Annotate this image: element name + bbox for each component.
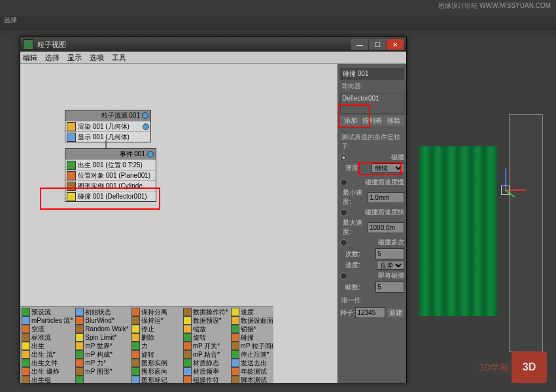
seed-input[interactable] (355, 307, 385, 318)
depot-item[interactable]: mP 图形* (75, 367, 128, 376)
display-op[interactable]: 显示 001 (几何体) (65, 131, 150, 142)
radio-fast[interactable] (340, 209, 347, 216)
radio-soon[interactable] (340, 272, 347, 280)
depot-item[interactable]: 空流 (22, 325, 73, 333)
source-node[interactable]: 粒子流源 001 渲染 001 (几何体) 显示 001 (几何体) (65, 110, 151, 142)
depot-item[interactable]: 锁接* (231, 325, 273, 333)
depot-item[interactable]: 组操作符 (183, 376, 228, 383)
depot-item[interactable]: 图形标记 (131, 376, 181, 383)
radio-collide[interactable] (340, 154, 347, 161)
render-icon (67, 122, 76, 131)
depot-item[interactable]: 图形实例 (131, 359, 181, 367)
depot-item[interactable]: mP 世界* (75, 342, 128, 350)
depot-item[interactable]: mP 粘合* (183, 350, 228, 359)
depot-item[interactable]: 速度 (231, 308, 273, 316)
speed2-select[interactable]: 反弹 (377, 261, 404, 270)
menu-tools[interactable]: 工具 (112, 53, 126, 63)
depot-item[interactable]: 出生 (22, 342, 73, 350)
depot-item[interactable]: Random Walk* (75, 325, 128, 333)
depot-item[interactable]: 标准流 (22, 333, 73, 342)
depot-item[interactable]: 数据设曲面 (231, 316, 273, 325)
depot-item[interactable]: 围形面向 (131, 367, 181, 376)
remove-button[interactable]: 移除 (383, 116, 404, 126)
operator-depot[interactable]: 预设流mParticles 流*空流标准流出生出生 流*出生文件出生 爆炸出生组… (20, 306, 273, 383)
operator-icon (22, 333, 30, 342)
depot-item[interactable]: 脚本测试 (231, 376, 273, 383)
maximize-button[interactable]: ☐ (369, 39, 386, 50)
operator-icon (22, 342, 30, 350)
depot-item[interactable]: mP 力* (75, 359, 128, 367)
times-input[interactable] (375, 248, 404, 259)
main-toolbar: 选择 (0, 16, 556, 29)
toolbar-label: 选择 (4, 16, 17, 24)
radio-slow[interactable] (340, 179, 347, 186)
depot-item[interactable]: 预设流 (22, 308, 73, 316)
depot-item[interactable]: 出生 流* (22, 350, 73, 359)
depot-item[interactable]: mParticles 流* (22, 316, 73, 325)
particle-canvas[interactable]: 粒子流源 001 渲染 001 (几何体) 显示 001 (几何体) 事件 00… (20, 64, 338, 383)
depot-item[interactable]: 旋转 (183, 333, 228, 342)
max-speed-input[interactable] (368, 222, 404, 233)
operator-icon (131, 342, 140, 350)
depot-item[interactable]: 保持分离 (131, 308, 181, 316)
test-title: 测试真值的条件是粒子: (340, 132, 404, 152)
window-titlebar[interactable]: 粒子视图 — ☐ ✕ (20, 37, 406, 52)
depot-item[interactable]: 缩放 (183, 325, 228, 333)
menu-options[interactable]: 选项 (90, 53, 104, 63)
depot-item[interactable]: 初始状态 (75, 308, 128, 316)
operator-icon (183, 333, 192, 342)
menu-edit[interactable]: 编辑 (23, 53, 37, 63)
radio-multi[interactable] (340, 239, 347, 246)
operator-icon (75, 308, 84, 316)
close-button[interactable]: ✕ (387, 39, 404, 50)
depot-item[interactable]: mP 构成* (75, 350, 128, 359)
menu-display[interactable]: 显示 (67, 53, 82, 63)
emitter-dot-icon (142, 112, 148, 119)
side-panel: 碰撞 001 导向器: Deflector001 添加 按列表 移除 测试真值的… (338, 64, 406, 383)
operator-icon (183, 325, 192, 333)
operator-icon (131, 333, 140, 342)
highlight-collision-row (40, 188, 160, 210)
position-op[interactable]: 位置对象 001 (Plane001) (65, 170, 156, 180)
operator-icon (22, 308, 30, 316)
depot-item[interactable]: 旋转 (131, 350, 181, 359)
operator-icon (22, 350, 30, 359)
minimize-button[interactable]: — (351, 39, 368, 50)
operator-icon (75, 350, 84, 359)
depot-item[interactable]: 碰撞 (231, 333, 273, 342)
axis-gizmo[interactable] (497, 183, 530, 216)
source-node-header[interactable]: 粒子流源 001 (65, 110, 150, 121)
menu-select[interactable]: 选择 (45, 53, 60, 63)
depot-item[interactable]: 删除 (131, 333, 181, 342)
render-op[interactable]: 渲染 001 (几何体) (65, 121, 150, 131)
depot-item[interactable]: 保持运* (131, 316, 181, 325)
depot-item[interactable]: mP 粒子间碰撞* (231, 342, 273, 350)
birth-op[interactable]: 出生 001 (位置 0 T:25) (65, 159, 156, 170)
depot-item[interactable]: 数据预设* (183, 316, 228, 325)
event-node-header[interactable]: 事件 001 (65, 149, 156, 159)
operator-icon (231, 333, 239, 342)
side-title: 碰撞 001 (340, 68, 404, 80)
depot-item[interactable] (75, 376, 128, 383)
depot-item[interactable]: 力 (131, 342, 181, 350)
depot-item[interactable]: 停止 (131, 325, 181, 333)
depot-item[interactable]: 材质静态 (183, 359, 228, 367)
depot-item[interactable]: 年龄测试 (231, 367, 273, 376)
depot-item[interactable]: 发送去出 (231, 359, 273, 367)
depot-item[interactable]: mP 开关* (183, 342, 228, 350)
depot-item[interactable]: 停止注速* (231, 350, 273, 359)
frames-input[interactable] (375, 282, 404, 293)
operator-icon (231, 359, 239, 367)
depot-item[interactable]: BlurWind* (75, 316, 128, 325)
depot-item[interactable]: Spin Limit* (75, 333, 128, 342)
birth-icon (67, 161, 76, 170)
node-link (105, 140, 107, 148)
min-speed-input[interactable] (368, 192, 404, 203)
depot-item[interactable]: 出生组 (22, 376, 73, 383)
depot-item[interactable]: 出生文件 (22, 359, 73, 367)
new-seed-button[interactable]: 新建 (387, 308, 404, 318)
deflector-label: 导向器: (340, 81, 404, 91)
depot-item[interactable]: 数据操作符* (183, 308, 228, 316)
depot-item[interactable]: 出生 爆炸 (22, 367, 73, 376)
depot-item[interactable]: 材质频率 (183, 367, 228, 376)
